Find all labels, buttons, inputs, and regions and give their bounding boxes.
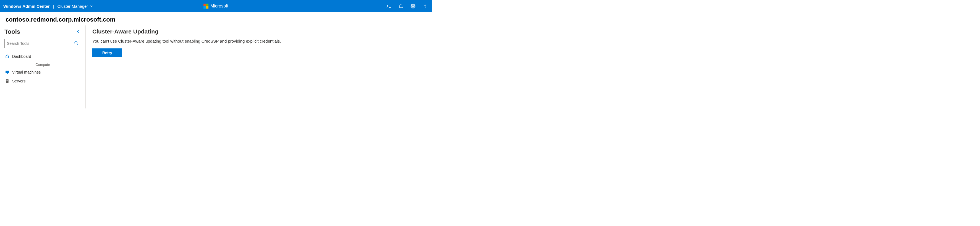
top-bar-left: Windows Admin Center | Cluster Manager bbox=[3, 4, 93, 9]
search-icon bbox=[74, 41, 78, 46]
body-wrap: Tools Dashboard Compute Virtual machine bbox=[0, 25, 432, 108]
sidebar-item-virtual-machines[interactable]: Virtual machines bbox=[5, 68, 81, 76]
console-button[interactable] bbox=[385, 3, 392, 10]
sidebar-group-label: Compute bbox=[35, 62, 50, 67]
help-icon bbox=[423, 3, 428, 9]
notifications-button[interactable] bbox=[398, 3, 404, 10]
page-title: Cluster-Aware Updating bbox=[92, 28, 425, 35]
svg-rect-6 bbox=[6, 80, 8, 80]
scope-label: Cluster Manager bbox=[57, 4, 88, 9]
sidebar-item-servers[interactable]: Servers bbox=[5, 76, 81, 86]
scope-dropdown[interactable]: Cluster Manager bbox=[57, 4, 93, 9]
sidebar-item-label: Dashboard bbox=[12, 54, 31, 59]
sidebar-item-label: Virtual machines bbox=[12, 70, 41, 75]
page-message: You can't use Cluster-Aware updating too… bbox=[92, 39, 425, 43]
retry-button[interactable]: Retry bbox=[92, 48, 122, 57]
svg-point-0 bbox=[412, 6, 414, 7]
bell-icon bbox=[398, 3, 403, 9]
console-icon bbox=[386, 3, 391, 9]
search-tools-wrap[interactable] bbox=[5, 39, 81, 48]
server-icon bbox=[5, 79, 10, 83]
brand-label: Microsoft bbox=[210, 3, 228, 9]
svg-rect-3 bbox=[6, 71, 9, 73]
sidebar-header: Tools bbox=[5, 28, 81, 35]
main-content: Cluster-Aware Updating You can't use Clu… bbox=[86, 25, 432, 108]
sidebar: Tools Dashboard Compute Virtual machine bbox=[0, 25, 86, 108]
help-button[interactable] bbox=[422, 3, 428, 10]
monitor-icon bbox=[5, 70, 10, 75]
search-input[interactable] bbox=[7, 41, 74, 46]
svg-rect-5 bbox=[6, 80, 8, 83]
breadcrumb-host: contoso.redmond.corp.microsoft.com bbox=[6, 16, 426, 23]
top-bar-right bbox=[385, 3, 428, 10]
chevron-left-icon bbox=[76, 30, 80, 33]
breadcrumb-bar: contoso.redmond.corp.microsoft.com bbox=[0, 12, 432, 25]
collapse-sidebar-button[interactable] bbox=[75, 29, 81, 35]
sidebar-item-label: Servers bbox=[12, 79, 25, 83]
divider: | bbox=[53, 4, 54, 9]
sidebar-group-compute: Compute bbox=[5, 62, 81, 67]
settings-button[interactable] bbox=[410, 3, 416, 10]
svg-point-1 bbox=[425, 7, 425, 8]
product-name: Windows Admin Center bbox=[3, 4, 50, 9]
svg-point-2 bbox=[75, 41, 77, 44]
gear-icon bbox=[410, 3, 415, 9]
brand-area: Microsoft bbox=[204, 3, 228, 9]
sidebar-item-dashboard[interactable]: Dashboard bbox=[5, 52, 81, 61]
sidebar-title: Tools bbox=[5, 28, 20, 35]
microsoft-logo-icon bbox=[204, 3, 208, 9]
top-bar: Windows Admin Center | Cluster Manager M… bbox=[0, 0, 432, 12]
chevron-down-icon bbox=[89, 5, 93, 8]
home-icon bbox=[5, 54, 10, 59]
